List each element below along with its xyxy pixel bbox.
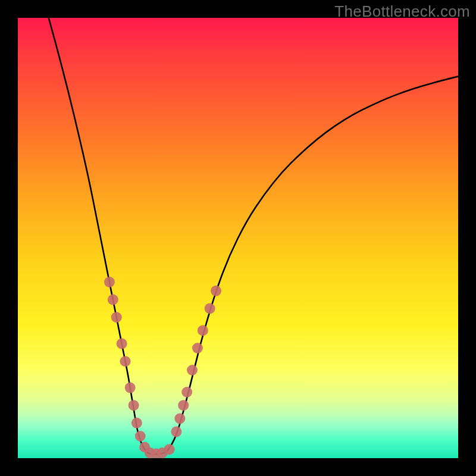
dots-group xyxy=(104,277,221,458)
plot-area xyxy=(18,18,458,458)
data-point-right xyxy=(181,387,192,397)
data-point-right xyxy=(198,325,208,336)
data-point-left xyxy=(108,295,118,305)
data-point-left xyxy=(117,339,127,349)
data-point-left xyxy=(120,356,131,367)
data-point-right xyxy=(205,303,215,314)
curve-canvas xyxy=(18,18,458,458)
data-point-bottom xyxy=(164,444,175,455)
curve-group xyxy=(49,18,458,454)
data-point-left xyxy=(104,277,115,287)
data-point-left xyxy=(135,431,146,441)
data-point-right xyxy=(174,413,185,424)
data-point-right xyxy=(187,365,198,375)
data-point-left xyxy=(125,383,136,393)
data-point-right xyxy=(211,286,221,296)
data-point-left xyxy=(129,400,139,411)
data-point-left xyxy=(111,312,122,322)
watermark-text: TheBottleneck.com xyxy=(334,2,470,21)
data-point-left xyxy=(131,418,142,428)
data-point-right xyxy=(178,400,189,411)
data-point-right xyxy=(171,427,181,437)
bottleneck-curve xyxy=(49,18,458,454)
chart-frame: TheBottleneck.com xyxy=(0,0,476,476)
data-point-right xyxy=(192,343,203,353)
